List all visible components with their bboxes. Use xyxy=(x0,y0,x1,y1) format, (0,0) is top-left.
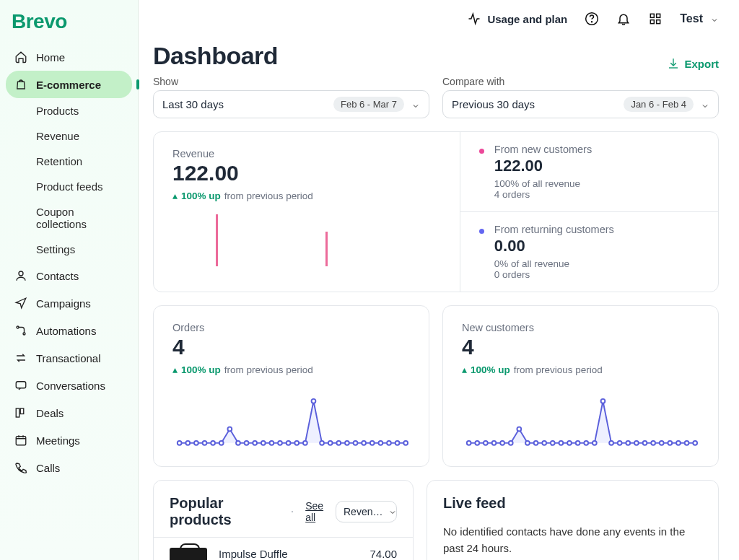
svg-point-22 xyxy=(253,441,257,445)
bell-icon[interactable] xyxy=(616,12,631,26)
sidebar-item-meetings[interactable]: Meetings xyxy=(6,426,132,454)
newcust-label: New customers xyxy=(462,322,699,333)
compare-label: Compare with xyxy=(442,76,719,87)
dot-icon xyxy=(479,229,484,234)
sidebar-item-calls[interactable]: Calls xyxy=(6,454,132,481)
orders-sparkline xyxy=(172,382,410,455)
sidebar-sub-revenue[interactable]: Revenue xyxy=(27,123,132,149)
svg-point-41 xyxy=(467,441,471,445)
phone-icon xyxy=(14,461,27,474)
send-icon xyxy=(14,297,27,310)
svg-point-60 xyxy=(626,441,630,445)
svg-point-68 xyxy=(693,441,697,445)
activity-icon xyxy=(467,12,481,26)
sidebar-item-label: Automations xyxy=(36,325,96,337)
sidebar-sub-retention[interactable]: Retention xyxy=(27,149,132,174)
sidebar-item-contacts[interactable]: Contacts xyxy=(6,262,132,289)
sidebar-item-transactional[interactable]: Transactional xyxy=(6,344,132,372)
sidebar-item-label: E-commerce xyxy=(36,79,101,91)
export-button[interactable]: Export xyxy=(667,57,719,70)
svg-point-65 xyxy=(668,441,672,445)
sidebar-item-conversations[interactable]: Conversations xyxy=(6,372,132,399)
sidebar-item-home[interactable]: Home xyxy=(6,43,132,71)
sidebar-item-automations[interactable]: Automations xyxy=(6,317,132,344)
rev-ret-value: 0.00 xyxy=(494,237,614,255)
popular-sort-select[interactable]: Reven… xyxy=(336,501,397,522)
svg-point-1 xyxy=(17,326,19,328)
svg-point-20 xyxy=(236,441,240,445)
svg-point-30 xyxy=(320,441,324,445)
product-image xyxy=(170,548,207,560)
svg-point-49 xyxy=(534,441,538,445)
svg-point-61 xyxy=(634,441,639,445)
svg-point-28 xyxy=(303,441,307,445)
svg-rect-5 xyxy=(20,408,24,414)
svg-point-54 xyxy=(576,441,580,445)
chevron-down-icon xyxy=(411,100,420,109)
sidebar-sub-settings[interactable]: Settings xyxy=(27,237,132,262)
product-row[interactable]: Impulse Duffle 74.00 · SKU: 24-UB02 74.0… xyxy=(154,537,413,560)
popular-title: Popular products xyxy=(170,495,287,528)
compare-range-select[interactable]: Previous 30 days Jan 6 - Feb 4 xyxy=(442,90,719,118)
sidebar-sub-product-feeds[interactable]: Product feeds xyxy=(27,174,132,199)
svg-point-62 xyxy=(643,441,647,445)
rev-new-label: From new customers xyxy=(494,144,592,155)
popular-products-card: Popular products · See all Reven… xyxy=(153,480,414,560)
revenue-returning-block: From returning customers 0.00 0% of all … xyxy=(460,211,718,292)
sidebar-sub-products[interactable]: Products xyxy=(27,98,132,123)
svg-point-24 xyxy=(270,441,274,445)
page-title: Dashboard xyxy=(153,42,278,70)
rev-ret-label: From returning customers xyxy=(494,224,614,235)
apps-icon[interactable] xyxy=(648,12,663,26)
help-icon[interactable] xyxy=(585,12,599,26)
svg-point-55 xyxy=(584,441,588,445)
svg-point-25 xyxy=(278,441,282,445)
show-label: Show xyxy=(153,76,429,87)
dot-icon xyxy=(479,149,484,154)
svg-rect-4 xyxy=(16,408,19,417)
see-all-link[interactable]: See all xyxy=(305,500,336,523)
svg-point-52 xyxy=(559,441,564,445)
compare-value: Previous 30 days xyxy=(452,98,535,110)
svg-rect-9 xyxy=(651,14,655,17)
live-feed-card: Live feed No identified contacts have do… xyxy=(427,480,719,560)
show-range-select[interactable]: Last 30 days Feb 6 - Mar 7 xyxy=(153,90,429,118)
sidebar-sub-coupons[interactable]: Coupon collections xyxy=(27,199,132,237)
rev-new-orders: 4 orders xyxy=(494,189,592,200)
newcust-delta: ▴ 100% up from previous period xyxy=(462,364,699,375)
kanban-icon xyxy=(14,406,27,419)
svg-point-13 xyxy=(178,441,182,445)
svg-point-39 xyxy=(395,441,400,445)
svg-point-2 xyxy=(23,333,25,335)
sidebar-item-ecommerce[interactable]: E-commerce xyxy=(6,71,132,98)
newcust-sparkline xyxy=(462,382,699,455)
sidebar-item-label: Campaigns xyxy=(36,297,91,310)
sidebar-item-label: Meetings xyxy=(36,434,80,447)
svg-point-15 xyxy=(194,441,198,445)
brand-logo: Brevo xyxy=(0,10,138,43)
sidebar-item-deals[interactable]: Deals xyxy=(6,399,132,426)
rev-new-value: 122.00 xyxy=(494,157,592,175)
usage-and-plan-link[interactable]: Usage and plan xyxy=(467,12,567,26)
chevron-down-icon xyxy=(701,100,709,109)
sidebar: Brevo Home E-commerce Products Revenue R… xyxy=(0,0,139,560)
sidebar-item-label: Transactional xyxy=(36,352,101,364)
svg-point-50 xyxy=(542,441,546,445)
svg-point-44 xyxy=(492,441,497,445)
sidebar-item-label: Deals xyxy=(36,407,64,419)
popular-sort-label: Reven… xyxy=(344,506,382,517)
revenue-new-block: From new customers 122.00 100% of all re… xyxy=(460,132,718,211)
svg-point-14 xyxy=(185,441,190,445)
svg-point-26 xyxy=(287,441,291,445)
svg-point-53 xyxy=(567,441,572,445)
svg-rect-6 xyxy=(16,437,26,445)
flow-icon xyxy=(14,324,27,337)
workspace-name: Test xyxy=(680,12,703,25)
svg-point-16 xyxy=(203,441,207,445)
download-icon xyxy=(667,57,680,70)
svg-point-21 xyxy=(245,441,249,445)
sidebar-item-campaigns[interactable]: Campaigns xyxy=(6,289,132,317)
svg-point-48 xyxy=(525,441,530,445)
workspace-menu[interactable]: Test xyxy=(680,12,719,25)
svg-point-64 xyxy=(660,441,664,445)
